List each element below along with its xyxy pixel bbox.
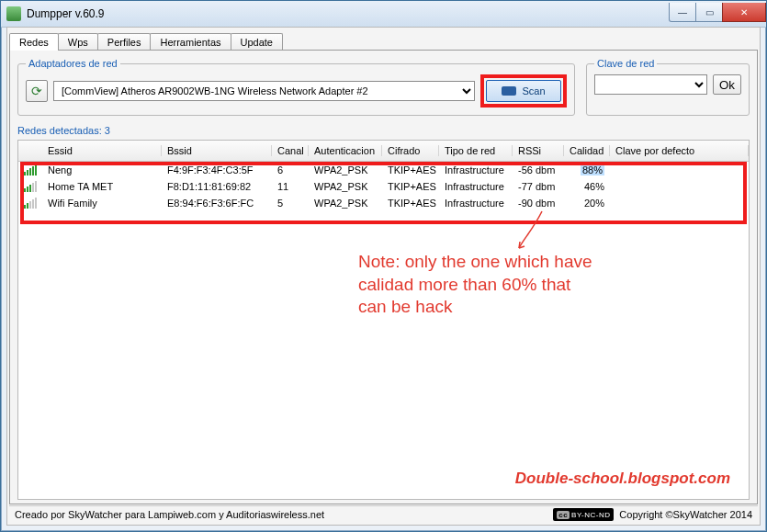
cell-canal: 5 — [272, 198, 309, 209]
cell-canal: 6 — [272, 164, 309, 175]
col-tipo[interactable]: Tipo de red — [439, 145, 513, 156]
scan-label: Scan — [522, 85, 545, 96]
table-row[interactable]: NengF4:9F:F3:4F:C3:5F6WPA2_PSKTKIP+AESIn… — [18, 162, 749, 178]
cell-essid: Home TA MET — [42, 181, 162, 192]
detected-label: Redes detectadas: — [17, 125, 102, 136]
maximize-button[interactable]: ▭ — [695, 3, 723, 22]
arrow-icon — [514, 207, 551, 253]
col-cifrado[interactable]: Cifrado — [382, 145, 439, 156]
scan-highlight: Scan — [480, 74, 567, 108]
close-button[interactable]: ✕ — [722, 3, 766, 22]
col-rssi[interactable]: RSSi — [513, 145, 564, 156]
clave-legend: Clave de red — [594, 58, 657, 69]
cell-cif: TKIP+AES — [382, 198, 439, 209]
col-bssid[interactable]: Bssid — [162, 145, 272, 156]
cell-tipo: Infrastructure — [439, 198, 513, 209]
cell-bssid: E8:94:F6:F3:6F:FC — [162, 198, 272, 209]
detected-row: Redes detectadas: 3 — [17, 125, 750, 136]
cell-canal: 11 — [272, 181, 309, 192]
status-bar: Creado por SkyWatcher para Lampiweb.com … — [9, 505, 758, 523]
cell-auth: WPA2_PSK — [309, 164, 382, 175]
tab-perfiles[interactable]: Perfiles — [97, 33, 152, 51]
clave-group: Clave de red Ok — [586, 58, 750, 116]
tab-herramientas[interactable]: Herramientas — [150, 33, 231, 51]
cell-cal: 46% — [564, 181, 610, 192]
cell-auth: WPA2_PSK — [309, 181, 382, 192]
cell-essid: Neng — [42, 164, 162, 175]
annotation-note: Note: only the one which have calidad mo… — [358, 251, 592, 319]
col-canal[interactable]: Canal — [272, 145, 309, 156]
cc-badge: ccBY-NC-ND — [553, 508, 614, 521]
status-right: Copyright ©SkyWatcher 2014 — [619, 509, 752, 520]
tab-redes[interactable]: Redes — [9, 33, 59, 51]
status-left: Creado por SkyWatcher para Lampiweb.com … — [15, 509, 324, 520]
scan-button[interactable]: Scan — [486, 80, 561, 102]
col-defecto[interactable]: Clave por defecto — [610, 145, 749, 156]
grid-rows: NengF4:9F:F3:4F:C3:5F6WPA2_PSKTKIP+AESIn… — [18, 162, 749, 211]
cell-cal: 88% — [564, 164, 610, 175]
router-icon — [502, 86, 516, 96]
networks-grid: Essid Bssid Canal Autenticacion Cifrado … — [17, 140, 750, 500]
main-tabs: Redes Wps Perfiles Herramientas Update — [7, 28, 760, 50]
clave-select[interactable] — [594, 74, 707, 95]
grid-header: Essid Bssid Canal Autenticacion Cifrado … — [18, 141, 749, 162]
cell-rssi: -77 dbm — [513, 181, 564, 192]
refresh-icon: ⟳ — [31, 84, 42, 98]
tab-wps[interactable]: Wps — [58, 33, 98, 51]
cell-rssi: -56 dbm — [513, 164, 564, 175]
cell-tipo: Infrastructure — [439, 164, 513, 175]
tab-update[interactable]: Update — [231, 33, 283, 51]
col-calidad[interactable]: Calidad — [564, 145, 610, 156]
app-icon — [6, 6, 21, 21]
cell-tipo: Infrastructure — [439, 181, 513, 192]
cell-essid: Wifi Family — [42, 198, 162, 209]
adapters-legend: Adaptadores de red — [26, 58, 120, 69]
col-essid[interactable]: Essid — [42, 145, 162, 156]
cell-auth: WPA2_PSK — [309, 198, 382, 209]
col-auth[interactable]: Autenticacion — [309, 145, 382, 156]
cell-cif: TKIP+AES — [382, 181, 439, 192]
cell-cal: 20% — [564, 198, 610, 209]
cell-cif: TKIP+AES — [382, 164, 439, 175]
refresh-button[interactable]: ⟳ — [26, 80, 48, 102]
minimize-button[interactable]: — — [669, 3, 696, 22]
signal-icon — [24, 181, 37, 192]
watermark: Double-school.blogspot.com — [515, 470, 730, 488]
adapters-group: Adaptadores de red ⟳ [CommView] Atheros … — [17, 58, 575, 116]
cell-bssid: F8:D1:11:81:69:82 — [162, 181, 272, 192]
adapter-select[interactable]: [CommView] Atheros AR9002WB-1NG Wireless… — [53, 81, 475, 101]
signal-icon — [24, 198, 37, 209]
cell-bssid: F4:9F:F3:4F:C3:5F — [162, 164, 272, 175]
signal-icon — [24, 164, 37, 175]
table-row[interactable]: Home TA METF8:D1:11:81:69:8211WPA2_PSKTK… — [18, 178, 749, 195]
titlebar: Dumpper v.60.9 — ▭ ✕ — [1, 1, 766, 28]
table-row[interactable]: Wifi FamilyE8:94:F6:F3:6F:FC5WPA2_PSKTKI… — [18, 195, 749, 211]
detected-count: 3 — [105, 125, 110, 136]
ok-button[interactable]: Ok — [713, 74, 741, 95]
window-title: Dumpper v.60.9 — [27, 7, 670, 20]
